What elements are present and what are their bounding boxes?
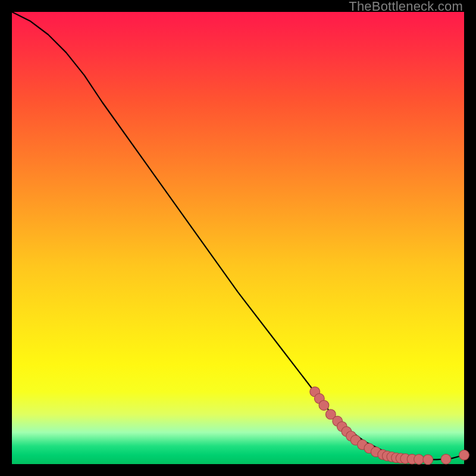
chart-marker xyxy=(319,400,329,411)
chart-overlay-svg xyxy=(12,12,464,464)
chart-markers-group xyxy=(310,387,469,465)
chart-canvas xyxy=(12,12,464,464)
chart-marker xyxy=(414,455,424,465)
chart-curve xyxy=(12,12,464,459)
chart-marker xyxy=(423,455,433,465)
chart-marker xyxy=(441,454,451,464)
chart-marker xyxy=(459,450,469,460)
